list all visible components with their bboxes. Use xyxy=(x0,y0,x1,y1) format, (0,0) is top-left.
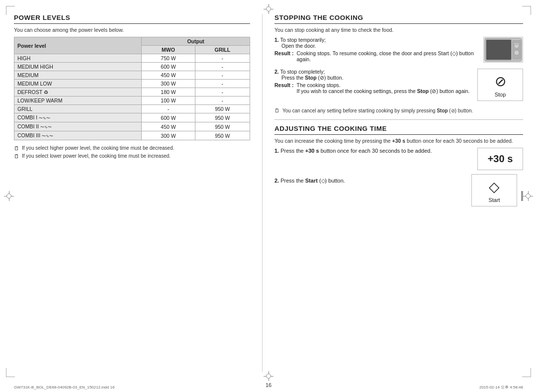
crosshair-left xyxy=(4,191,14,201)
left-column: POWER LEVELS You can choose among the po… xyxy=(14,14,263,372)
table-row: DEFROST ♻180 W- xyxy=(14,88,250,97)
svg-rect-6 xyxy=(514,43,520,45)
stopping-title: STOPPING THE COOKING xyxy=(274,14,523,24)
note-1: 🗒 If you select higher power level, the … xyxy=(14,145,250,151)
stopping-section: STOPPING THE COOKING You can stop cookin… xyxy=(274,14,523,113)
table-cell-mwo: 100 W xyxy=(142,97,195,105)
stopping-note-text: You can cancel any setting before starti… xyxy=(282,108,473,113)
start-icon: ◇ xyxy=(489,179,500,195)
adjusting-intro: You can increase the cooking time by pre… xyxy=(274,138,523,144)
table-cell-mwo: 180 W xyxy=(142,88,195,97)
table-header-grill: GRILL xyxy=(195,46,250,54)
table-cell-level: COMBI II 〜∿〜 xyxy=(14,122,142,131)
table-cell-level: LOW/KEEP WARM xyxy=(14,97,142,105)
result-label-2: Result : xyxy=(274,82,294,94)
table-cell-mwo: 300 W xyxy=(142,131,195,140)
power-levels-subtitle: You can choose among the power levels be… xyxy=(14,27,250,33)
table-cell-grill: - xyxy=(195,80,250,88)
stop-icon: ⊘ xyxy=(495,73,506,90)
table-header-power: Power level xyxy=(14,37,142,54)
table-cell-level: GRILL xyxy=(14,105,142,113)
note-text-2: If you select lower power level, the coo… xyxy=(22,153,171,159)
table-row: HIGH750 W- xyxy=(14,54,250,63)
table-cell-mwo: 600 W xyxy=(142,113,195,122)
table-cell-level: COMBI I 〜∿〜 xyxy=(14,113,142,122)
stopping-item-1: 1. To stop temporarily; Open the door. R… xyxy=(274,37,523,66)
result-text-1: Cooking stops. To resume cooking, close … xyxy=(297,50,478,62)
plus30-button-box: +30 s xyxy=(477,148,523,170)
table-cell-level: MEDIUM LOW xyxy=(14,80,142,88)
table-row: GRILL-950 W xyxy=(14,105,250,113)
stopping-intro: You can stop cooking at any time to chec… xyxy=(274,27,523,33)
svg-point-5 xyxy=(514,50,519,55)
right-column: STOPPING THE COOKING You can stop cookin… xyxy=(263,14,523,372)
section-divider xyxy=(274,119,523,120)
table-row: MEDIUM HIGH600 W- xyxy=(14,63,250,71)
note-text-1: If you select higher power level, the co… xyxy=(22,145,174,151)
stop-button-box: ⊘ Stop xyxy=(477,69,523,101)
result-label-1: Result : xyxy=(274,50,294,62)
table-header-output: Output xyxy=(142,37,250,46)
table-cell-level: DEFROST ♻ xyxy=(14,88,142,97)
stopping-item2-sub: Press the Stop (⊘) button. xyxy=(281,75,344,81)
stop-button-label: Stop xyxy=(495,92,506,98)
table-row: MEDIUM LOW300 W- xyxy=(14,80,250,88)
note-icon-stop: 🗒 xyxy=(274,108,279,113)
table-cell-level: MEDIUM xyxy=(14,71,142,80)
microwave-thumbnail xyxy=(483,37,523,63)
stopping-item-2: ⊘ Stop 2. To stop completely; Press the … xyxy=(274,69,523,105)
main-content: POWER LEVELS You can choose among the po… xyxy=(14,14,523,372)
adjusting-title: ADJUSTING THE COOKING TIME xyxy=(274,125,523,135)
adjusting-item-1: +30 s ◇ Start 1. Press the +30 s button … xyxy=(274,148,523,210)
adjusting-section: ADJUSTING THE COOKING TIME You can incre… xyxy=(274,125,523,210)
vert-mark xyxy=(521,191,523,201)
result-text-2: The cooking stops. If you wish to cancel… xyxy=(297,82,470,94)
note-2: 🗒 If you select lower power level, the c… xyxy=(14,153,250,159)
table-cell-mwo: 450 W xyxy=(142,122,195,131)
table-row: COMBI III 〜∿〜300 W950 W xyxy=(14,131,250,140)
table-cell-level: MEDIUM HIGH xyxy=(14,63,142,71)
table-cell-mwo: - xyxy=(142,105,195,113)
table-cell-grill: 950 W xyxy=(195,131,250,140)
table-cell-mwo: 600 W xyxy=(142,63,195,71)
crosshair-bottom xyxy=(264,371,273,381)
table-row: MEDIUM450 W- xyxy=(14,71,250,80)
adjusting-buttons: +30 s ◇ Start xyxy=(471,148,523,210)
table-cell-grill: - xyxy=(195,71,250,80)
crosshair-top xyxy=(264,4,273,14)
note-icon-1: 🗒 xyxy=(14,145,19,151)
table-cell-grill: 950 W xyxy=(195,113,250,122)
crosshair-right xyxy=(523,191,533,201)
footer-left: GW731K-B_BOL_DE68-04092B-03_EN_150212.in… xyxy=(14,385,114,390)
table-cell-mwo: 450 W xyxy=(142,71,195,80)
table-cell-mwo: 750 W xyxy=(142,54,195,63)
table-header-mwo: MWO xyxy=(142,46,195,54)
table-cell-grill: 950 W xyxy=(195,122,250,131)
page-footer: GW731K-B_BOL_DE68-04092B-03_EN_150212.in… xyxy=(14,385,523,390)
result-text-2b: If you wish to cancel the cooking settin… xyxy=(297,88,470,94)
corner-mark-tr xyxy=(522,6,531,15)
table-row: COMBI I 〜∿〜600 W950 W xyxy=(14,113,250,122)
start-button-box: ◇ Start xyxy=(471,174,517,206)
table-cell-grill: - xyxy=(195,88,250,97)
table-cell-grill: - xyxy=(195,97,250,105)
table-cell-grill: 950 W xyxy=(195,105,250,113)
stopping-item1-sub: Open the door. xyxy=(281,43,316,49)
svg-rect-2 xyxy=(486,40,511,60)
plus30-label: +30 s xyxy=(488,153,513,165)
power-table: Power level Output MWO GRILL HIGH750 W-M… xyxy=(14,37,250,140)
table-cell-level: COMBI III 〜∿〜 xyxy=(14,131,142,140)
note-icon-2: 🗒 xyxy=(14,153,19,159)
stopping-note: 🗒 You can cancel any setting before star… xyxy=(274,108,523,113)
table-cell-level: HIGH xyxy=(14,54,142,63)
table-row: LOW/KEEP WARM100 W- xyxy=(14,97,250,105)
corner-mark-br xyxy=(522,368,531,377)
table-cell-mwo: 300 W xyxy=(142,80,195,88)
table-cell-grill: - xyxy=(195,54,250,63)
footer-right: 2015-02-14 오후 4:58:48 xyxy=(479,385,523,390)
stopping-result-2: Result : The cooking stops. If you wish … xyxy=(274,82,471,94)
power-levels-title: POWER LEVELS xyxy=(14,14,250,24)
table-row: COMBI II 〜∿〜450 W950 W xyxy=(14,122,250,131)
page: POWER LEVELS You can choose among the po… xyxy=(0,0,537,392)
stopping-result-1: Result : Cooking stops. To resume cookin… xyxy=(274,50,478,62)
